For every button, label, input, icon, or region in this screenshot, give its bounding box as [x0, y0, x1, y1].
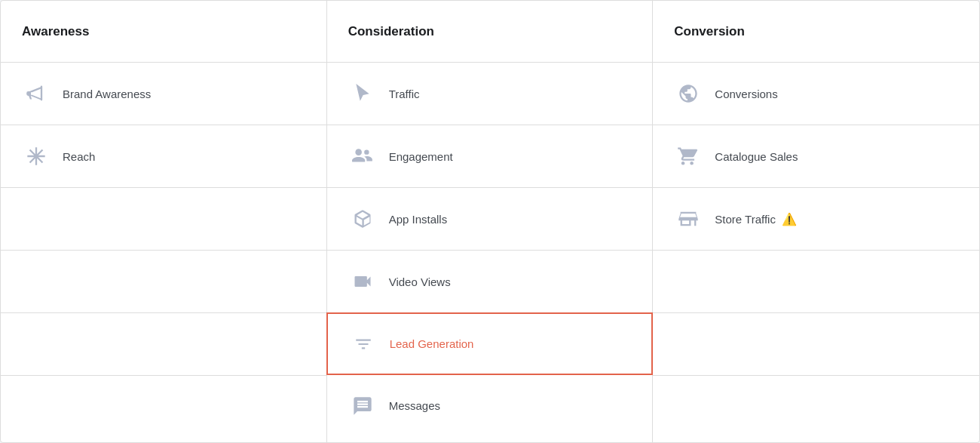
objective-grid: Awareness Brand Awareness Reach Cons [0, 0, 980, 443]
video-icon [348, 267, 377, 296]
conversion-empty-1 [653, 251, 979, 313]
cart-icon [674, 142, 703, 171]
cursor-icon [348, 79, 377, 108]
box-icon [348, 205, 377, 233]
svg-point-1 [364, 149, 369, 154]
store-traffic-label: Store Traffic [715, 213, 776, 226]
app-installs-item[interactable]: App Installs [327, 188, 653, 251]
conversion-empty-2 [653, 313, 979, 376]
video-views-label: Video Views [389, 275, 451, 288]
reach-item[interactable]: Reach [1, 125, 326, 188]
awareness-title: Awareness [22, 24, 89, 39]
awareness-empty-2 [1, 251, 326, 313]
engagement-label: Engagement [389, 150, 453, 163]
consideration-column: Consideration Traffic Engagement [327, 1, 654, 442]
engagement-item[interactable]: Engagement [327, 125, 653, 188]
conversion-title: Conversion [674, 24, 745, 39]
brand-awareness-item[interactable]: Brand Awareness [1, 63, 326, 125]
reach-label: Reach [63, 150, 95, 163]
brand-awareness-label: Brand Awareness [63, 88, 151, 100]
awareness-empty-4 [1, 376, 326, 438]
lead-generation-item[interactable]: Lead Generation [326, 312, 654, 375]
video-views-item[interactable]: Video Views [327, 251, 653, 313]
chat-icon [348, 392, 377, 420]
funnel-icon [349, 330, 378, 358]
awareness-header: Awareness [1, 1, 326, 63]
asterisk-icon [22, 142, 51, 171]
conversions-item[interactable]: Conversions [653, 63, 979, 125]
store-icon [674, 205, 703, 233]
awareness-empty-3 [1, 313, 326, 376]
store-traffic-item[interactable]: Store Traffic ⚠️ [653, 188, 979, 251]
conversion-header: Conversion [653, 1, 979, 63]
app-installs-label: App Installs [389, 213, 448, 226]
messages-label: Messages [389, 399, 440, 412]
lead-generation-label: Lead Generation [390, 337, 474, 350]
svg-point-0 [355, 149, 362, 155]
awareness-empty-1 [1, 188, 326, 251]
consideration-header: Consideration [327, 1, 653, 63]
consideration-title: Consideration [348, 24, 434, 39]
conversion-column: Conversion Conversions Catalogue Sales [653, 1, 979, 442]
traffic-label: Traffic [389, 88, 420, 100]
awareness-column: Awareness Brand Awareness Reach [1, 1, 327, 442]
catalogue-sales-label: Catalogue Sales [715, 150, 798, 163]
warning-icon: ⚠️ [782, 212, 797, 226]
conversion-empty-3 [653, 376, 979, 438]
globe-icon [674, 79, 703, 108]
traffic-item[interactable]: Traffic [327, 63, 653, 125]
megaphone-icon [22, 79, 51, 108]
people-icon [348, 142, 377, 171]
messages-item[interactable]: Messages [327, 374, 653, 437]
catalogue-sales-item[interactable]: Catalogue Sales [653, 125, 979, 188]
conversions-label: Conversions [715, 88, 777, 100]
